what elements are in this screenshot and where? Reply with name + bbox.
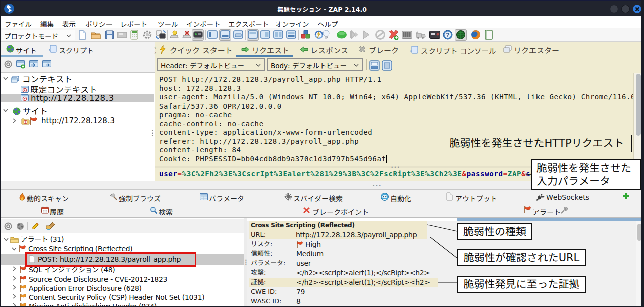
svg-text:?: ? — [446, 32, 449, 39]
